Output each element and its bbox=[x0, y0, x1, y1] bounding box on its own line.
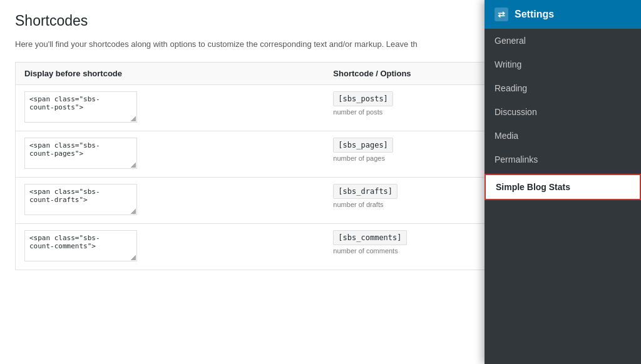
dropdown-header: ⇄ Settings bbox=[485, 0, 641, 29]
resize-handle-icon bbox=[131, 116, 136, 121]
shortcode-code: [sbs_pages] bbox=[333, 138, 392, 153]
display-before-cell bbox=[16, 223, 325, 270]
textarea-wrapper bbox=[24, 230, 137, 261]
dropdown-item-general[interactable]: General bbox=[485, 29, 641, 53]
textarea-wrapper bbox=[24, 91, 137, 123]
dropdown-item-simple-blog-stats[interactable]: Simple Blog Stats bbox=[485, 174, 641, 200]
col-header-display: Display before shortcode bbox=[16, 62, 325, 84]
page-wrapper: Shortcodes Here you'll find your shortco… bbox=[0, 0, 641, 364]
display-before-cell bbox=[16, 84, 325, 131]
settings-icon: ⇄ bbox=[495, 8, 508, 21]
settings-dropdown: ⇄ Settings GeneralWritingReadingDiscussi… bbox=[485, 0, 641, 364]
display-before-textarea[interactable] bbox=[24, 184, 137, 215]
display-before-cell bbox=[16, 177, 325, 223]
dropdown-item-writing[interactable]: Writing bbox=[485, 53, 641, 76]
shortcode-code: [sbs_posts] bbox=[333, 91, 392, 106]
dropdown-item-reading[interactable]: Reading bbox=[485, 76, 641, 100]
display-before-textarea[interactable] bbox=[24, 91, 137, 123]
textarea-wrapper bbox=[24, 138, 137, 169]
dropdown-item-media[interactable]: Media bbox=[485, 124, 641, 148]
resize-handle-icon bbox=[131, 163, 136, 168]
dropdown-item-permalinks[interactable]: Permalinks bbox=[485, 148, 641, 171]
resize-handle-icon bbox=[131, 209, 136, 214]
display-before-cell bbox=[16, 131, 325, 177]
textarea-wrapper bbox=[24, 184, 137, 215]
shortcode-code: [sbs_drafts] bbox=[333, 184, 397, 199]
dropdown-items-container: GeneralWritingReadingDiscussionMediaPerm… bbox=[485, 29, 641, 200]
shortcode-code: [sbs_comments] bbox=[333, 230, 406, 245]
display-before-textarea[interactable] bbox=[24, 138, 137, 169]
dropdown-header-title: Settings bbox=[515, 9, 554, 20]
display-before-textarea[interactable] bbox=[24, 230, 137, 261]
resize-handle-icon bbox=[131, 255, 136, 260]
dropdown-item-discussion[interactable]: Discussion bbox=[485, 100, 641, 124]
